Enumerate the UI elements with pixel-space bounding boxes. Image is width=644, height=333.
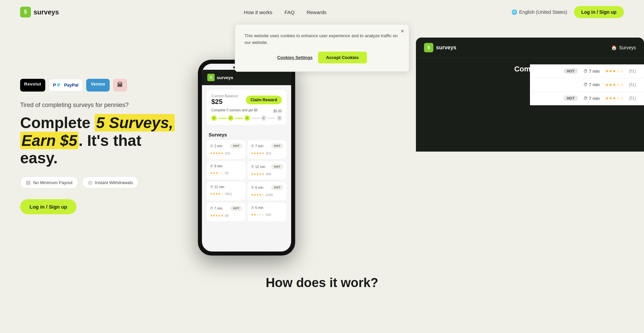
phone-hot-7: HOT — [230, 206, 242, 211]
phone-hot-2: HOT — [271, 144, 283, 148]
nav-faq[interactable]: FAQ — [284, 9, 294, 15]
paypal-p1: P — [53, 82, 56, 88]
feature-pills: ▤ No Minimum Payout ◎ Instant Withdrawal… — [20, 176, 181, 188]
phone-survey-card-7: ⏱ 7 min HOT ★★★★★ (9) — [207, 203, 246, 221]
phone-outer: 5 surveys Current Balance $25 — [198, 60, 295, 256]
venmo-badge: Venmo — [86, 79, 110, 92]
phone-hot-4: HOT — [271, 164, 283, 169]
payout-icon: ▤ — [26, 179, 31, 185]
logo-text: surveys — [34, 8, 59, 16]
page-wrapper: 5 surveys How it works FAQ Rewards 🌐 Eng… — [0, 0, 644, 333]
no-minimum-payout-pill: ▤ No Minimum Payout — [20, 176, 78, 188]
navbar: 5 surveys How it works FAQ Rewards 🌐 Eng… — [0, 0, 644, 24]
survey-time-2: ⏱ 7 min — [583, 82, 600, 87]
phone-progress-row: ✓ ✓ ✓ 4 5 — [211, 115, 282, 121]
phone-survey-card-5: ⏱ 21 min ★★★★☆ (301) — [207, 182, 246, 201]
dark-surveys-link[interactable]: 🏠 Surveys — [611, 45, 636, 50]
dark-surveys-label: Surveys — [619, 45, 636, 50]
cookie-buttons: Cookies Settings Accept Cookies — [245, 52, 399, 63]
nav-rewards[interactable]: Rewards — [307, 9, 326, 15]
phone-step3: ✓ — [245, 115, 250, 121]
hot-badge-1: HOT — [564, 68, 578, 74]
withdrawal-icon: ◎ — [88, 179, 92, 185]
dark-survey-row-2: ⏱ 7 min ★★★☆☆ (51) — [530, 78, 644, 92]
phone-stars-1: ★★★★★ — [210, 152, 223, 155]
dark-logo: 5 surveys — [424, 43, 457, 52]
phone-survey-card-1: ⏱ 2 min HOT ★★★★★ (21) — [207, 140, 246, 159]
payment-badges: Revolut PP PayPal Venmo 🏛 — [20, 79, 181, 92]
cookie-banner: × This website uses cookies to enhance u… — [235, 24, 409, 72]
cookies-settings-button[interactable]: Cookies Settings — [277, 52, 312, 63]
bank-icon: 🏛 — [117, 81, 123, 89]
phone-progress-line4 — [267, 118, 276, 119]
claim-reward-button[interactable]: Claim Reward — [246, 96, 282, 104]
balance-card: Current Balance $25 Claim Reward Complet… — [207, 90, 286, 125]
translate-icon: 🌐 — [512, 9, 517, 15]
paypal-label: PayPal — [64, 82, 78, 88]
phone-hot-6: HOT — [271, 185, 283, 190]
star-rating-1: ★★★☆☆ — [605, 69, 624, 73]
phone-survey-card-3: ⏱ 9 min ★★★☆☆ (2) — [207, 161, 246, 180]
cookie-close-button[interactable]: × — [400, 28, 404, 35]
nav-right: 🌐 English (United States) Log in / Sign … — [512, 6, 624, 18]
no-minimum-label: No Minimum Payout — [33, 180, 72, 185]
nav-login-button[interactable]: Log in / Sign up — [574, 6, 624, 18]
phone-surveys-header: Surveys — [204, 129, 289, 139]
instant-withdrawals-pill: ◎ Instant Withdrawals — [82, 176, 139, 188]
phone-time-2: ⏱ 7 min — [251, 144, 263, 148]
balance-label: Current Balance — [211, 94, 238, 98]
bottom-title: How does it work? — [20, 276, 624, 290]
phone-count-5: (301) — [225, 192, 232, 196]
paypal-p2: P — [57, 82, 60, 88]
phone-stars-5: ★★★★☆ — [210, 192, 223, 196]
bottom-section: How does it work? — [0, 262, 644, 297]
phone-count-7: (9) — [225, 214, 228, 217]
phone-logo-area: 5 surveys — [207, 74, 233, 81]
phone-hot-1: HOT — [230, 144, 242, 148]
paypal-badge: PP PayPal — [49, 79, 83, 92]
bank-badge: 🏛 — [113, 79, 127, 92]
hero-title: Complete 5 Surveys, Earn $5. It's that e… — [20, 114, 181, 167]
phone-count-3: (2) — [225, 171, 228, 175]
star-rating-3: ★★★☆☆ — [605, 96, 624, 101]
phone-count-2: (51) — [266, 152, 271, 155]
dark-panel: 5 surveys 🏠 Surveys Complete 5 surveys a… — [416, 38, 644, 152]
phone-stars-4: ★★★★★ — [251, 172, 264, 176]
progress-label: Complete 5 surveys and get $5 — [211, 108, 258, 112]
phone-topbar: 5 surveys — [202, 70, 291, 85]
phone-time-3: ⏱ 9 min — [210, 164, 222, 168]
dark-logo-icon: 5 — [424, 43, 433, 52]
progress-amount: $5.00 — [273, 109, 282, 113]
accept-cookies-button[interactable]: Accept Cookies — [318, 52, 367, 63]
instant-withdrawals-label: Instant Withdrawals — [95, 180, 133, 185]
phone-count-6: (125) — [266, 193, 273, 197]
phone-step4: 4 — [261, 115, 266, 121]
phone-survey-card-4: ⏱ 12 min HOT ★★★★★ (90) — [248, 161, 286, 180]
logo-icon: 5 — [20, 7, 31, 17]
phone-survey-card-2: ⏱ 7 min HOT ★★★★★ (51) — [248, 140, 286, 159]
phone-progress-line1 — [218, 118, 227, 119]
nav-how-it-works[interactable]: How it works — [244, 9, 272, 15]
survey-time-1: ⏱ 7 min — [583, 69, 600, 74]
survey-time-3: ⏱ 7 min — [583, 96, 600, 101]
phone-step5: 5 — [277, 115, 282, 121]
phone-survey-grid: ⏱ 2 min HOT ★★★★★ (21) ⏱ 7 min HO — [204, 139, 289, 223]
hero-title-highlight: 5 Surveys, — [95, 114, 174, 131]
language-button[interactable]: 🌐 English (United States) — [512, 9, 567, 15]
hero-left: Revolut PP PayPal Venmo 🏛 Tired of compl… — [20, 79, 181, 215]
phone-stars-3: ★★★☆☆ — [210, 171, 223, 175]
dark-survey-row-1: HOT ⏱ 7 min ★★★☆☆ (51) — [530, 64, 644, 78]
phone-stars-7: ★★★★★ — [210, 214, 223, 217]
phone-stars-2: ★★★★★ — [251, 152, 264, 155]
star-rating-2: ★★★☆☆ — [605, 82, 624, 87]
phone-time-5: ⏱ 21 min — [210, 185, 224, 189]
phone-count-1: (21) — [225, 152, 230, 155]
cookie-message: This website uses cookies to enhance use… — [245, 33, 399, 46]
logo-area: 5 surveys — [20, 7, 59, 17]
phone-logo-icon: 5 — [207, 74, 215, 81]
hero-title-part1: Complete — [20, 114, 95, 131]
hero-login-button[interactable]: Log in / Sign up — [20, 199, 76, 214]
phone-time-8: ⏱ 6 min — [251, 206, 263, 210]
phone-time-4: ⏱ 12 min — [251, 165, 265, 169]
language-label: English (United States) — [519, 9, 567, 15]
